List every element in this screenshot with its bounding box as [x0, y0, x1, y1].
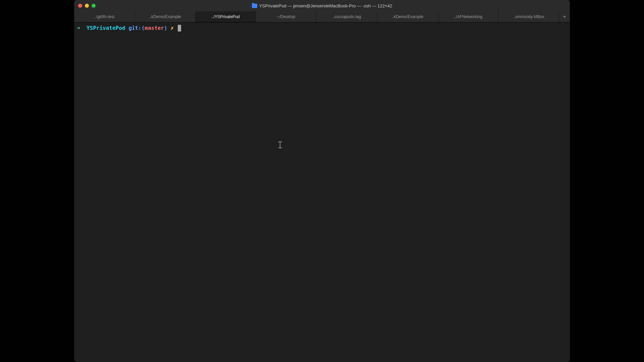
git-branch: master [145, 24, 164, 32]
traffic-lights [78, 4, 96, 8]
close-button[interactable] [78, 4, 82, 8]
tab-ysprivatepod[interactable]: ../YSPrivatePod [196, 11, 256, 22]
window-title-text: YSPrivatePod — jensen@JensendeMacBook-Pr… [259, 3, 392, 8]
tab-afnetworking[interactable]: ../AFNetworking [438, 11, 499, 22]
terminal-window: YSPrivatePod — jensen@JensendeMacBook-Pr… [74, 0, 570, 362]
tab-kdemo-example-1[interactable]: ..kDemo/Example [135, 11, 196, 22]
titlebar: YSPrivatePod — jensen@JensendeMacBook-Pr… [74, 0, 570, 11]
prompt-directory: YSPrivatePod [87, 24, 125, 32]
tab-lfs-test[interactable]: ../git/lfs-test [74, 11, 135, 22]
git-paren-open: ( [142, 24, 145, 32]
tabbar: ../git/lfs-test ..kDemo/Example ../YSPri… [74, 11, 570, 22]
prompt-line: ➜ YSPrivatePod git:(master) ✗ [77, 24, 567, 32]
window-title: YSPrivatePod — jensen@JensendeMacBook-Pr… [78, 3, 566, 8]
maximize-button[interactable] [92, 4, 96, 8]
minimize-button[interactable] [85, 4, 89, 8]
tab-desktop[interactable]: ~/Desktop [256, 11, 317, 22]
tab-cocoapods-tag[interactable]: ..cocoapods-tag [317, 11, 377, 22]
git-paren-close: ) [164, 24, 167, 32]
text-cursor-icon [278, 141, 282, 148]
terminal-cursor [178, 25, 181, 32]
tab-kdemo-example-2[interactable]: ..kDemo/Example [377, 11, 438, 22]
tab-community-mbox[interactable]: ..ommunity-MBox [498, 11, 559, 22]
folder-icon [252, 4, 257, 8]
terminal-body[interactable]: ➜ YSPrivatePod git:(master) ✗ [74, 22, 570, 362]
add-tab-button[interactable]: + [559, 11, 570, 22]
git-dirty-marker: ✗ [170, 24, 174, 32]
prompt-arrow: ➜ [77, 24, 80, 32]
git-label: git: [128, 24, 142, 32]
